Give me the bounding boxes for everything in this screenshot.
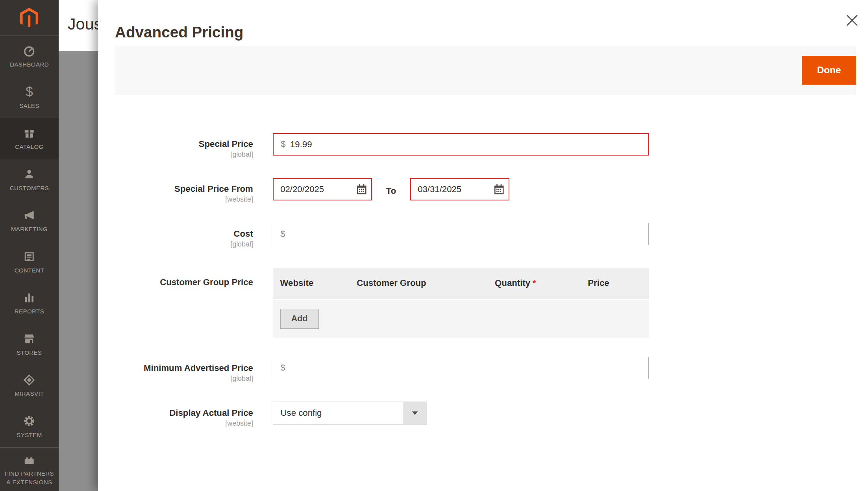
- minimum-advertised-price-row: Minimum Advertised Price [global] $: [98, 357, 868, 382]
- special-price-from-field: [273, 178, 372, 200]
- customer-group-price-row: Customer Group Price Website Customer Gr…: [98, 268, 868, 338]
- column-header-customer-group: Customer Group: [357, 278, 495, 288]
- map-label: Minimum Advertised Price: [98, 357, 253, 373]
- map-input[interactable]: [288, 357, 648, 379]
- sidebar-item-system[interactable]: SYSTEM: [0, 406, 59, 448]
- sidebar-item-label: CATALOG: [15, 143, 44, 151]
- done-button[interactable]: Done: [802, 56, 856, 85]
- calendar-icon: [355, 183, 368, 195]
- sidebar-item-label: MIRASVIT: [15, 389, 44, 398]
- close-button[interactable]: [843, 11, 861, 30]
- sidebar-item-sales[interactable]: $ SALES: [0, 77, 59, 119]
- magento-logo-icon: [17, 6, 41, 30]
- table-body-row: Add: [273, 300, 649, 338]
- screen: DASHBOARD $ SALES CATALOG CUSTOMERS: [0, 0, 868, 491]
- sidebar-item-label: CONTENT: [15, 266, 44, 275]
- special-price-input[interactable]: [289, 134, 648, 155]
- cost-row: Cost [global] $: [98, 223, 868, 248]
- modal-title: Advanced Pricing: [115, 24, 243, 41]
- display-actual-price-row: Display Actual Price [website] Use confi…: [98, 402, 868, 427]
- advanced-pricing-form: Special Price [global] $ Special Price F…: [98, 95, 868, 428]
- special-price-scope: [global]: [98, 150, 253, 159]
- display-actual-price-scope: [website]: [98, 419, 253, 428]
- sidebar-item-catalog[interactable]: CATALOG: [0, 118, 59, 159]
- mirasvit-icon: [22, 373, 36, 387]
- cost-label: Cost: [98, 223, 253, 239]
- cost-scope: [global]: [98, 240, 253, 248]
- marketing-icon: [22, 209, 36, 222]
- currency-symbol: $: [273, 363, 288, 373]
- selected-option: Use config: [273, 402, 403, 424]
- special-price-row: Special Price [global] $: [98, 133, 868, 159]
- sales-icon: $: [26, 85, 33, 98]
- column-header-website: Website: [280, 278, 357, 288]
- customers-icon: [22, 167, 36, 181]
- partners-brick-icon: [22, 453, 36, 467]
- sidebar-item-label: SALES: [19, 102, 39, 110]
- admin-sidebar: DASHBOARD $ SALES CATALOG CUSTOMERS: [0, 0, 59, 491]
- chevron-down-icon: [412, 411, 418, 418]
- modal-header: Advanced Pricing: [98, 0, 868, 46]
- display-actual-price-select[interactable]: Use config: [273, 402, 427, 424]
- special-price-label-group: Special Price [global]: [98, 133, 253, 159]
- reports-icon: [22, 291, 36, 304]
- column-header-price: Price: [588, 278, 649, 288]
- special-price-label: Special Price: [98, 133, 253, 150]
- customer-group-price-label: Customer Group Price: [98, 268, 253, 287]
- special-price-to-input[interactable]: [411, 178, 489, 200]
- display-actual-price-label: Display Actual Price: [98, 402, 253, 418]
- customer-group-price-table: Website Customer Group Quantity* Price A…: [273, 268, 649, 338]
- cost-input[interactable]: [288, 223, 648, 245]
- map-label-group: Minimum Advertised Price [global]: [98, 357, 253, 382]
- sidebar-item-label: SYSTEM: [17, 431, 42, 439]
- system-gear-icon: [22, 414, 36, 428]
- select-dropdown-button[interactable]: [403, 402, 427, 424]
- special-price-from-scope: [website]: [98, 195, 253, 204]
- sidebar-item-content[interactable]: CONTENT: [0, 242, 59, 283]
- sidebar-item-stores[interactable]: STORES: [0, 324, 59, 365]
- sidebar-item-dashboard[interactable]: DASHBOARD: [0, 36, 59, 77]
- sidebar-item-label: MARKETING: [11, 225, 48, 233]
- sidebar-item-customers[interactable]: CUSTOMERS: [0, 159, 59, 201]
- map-field: $: [273, 357, 649, 379]
- sidebar-item-label: REPORTS: [15, 307, 44, 316]
- sidebar-item-label: CUSTOMERS: [10, 184, 49, 193]
- column-header-quantity: Quantity*: [495, 278, 588, 288]
- special-price-from-input[interactable]: [274, 178, 352, 200]
- calendar-icon: [493, 183, 505, 195]
- sidebar-item-label: FIND PARTNERS & EXTENSIONS: [5, 469, 54, 487]
- required-asterisk: *: [533, 278, 536, 288]
- modal-actions-bar: Done: [115, 46, 856, 95]
- magento-logo[interactable]: [0, 0, 59, 36]
- special-price-to-field: [410, 178, 509, 200]
- sidebar-item-find-partners[interactable]: FIND PARTNERS & EXTENSIONS: [0, 447, 59, 491]
- currency-symbol: $: [274, 139, 289, 149]
- sidebar-item-label: STORES: [17, 348, 42, 357]
- sidebar-item-mirasvit[interactable]: MIRASVIT: [0, 365, 59, 406]
- catalog-icon: [22, 126, 36, 140]
- sidebar-item-marketing[interactable]: MARKETING: [0, 200, 59, 242]
- sidebar-item-label: DASHBOARD: [10, 60, 49, 69]
- cost-field: $: [273, 223, 649, 245]
- special-price-from-label-group: Special Price From [website]: [98, 178, 253, 204]
- cost-label-group: Cost [global]: [98, 223, 253, 248]
- to-label: To: [386, 186, 396, 196]
- special-price-dates-row: Special Price From [website]: [98, 178, 868, 204]
- display-actual-price-label-group: Display Actual Price [website]: [98, 402, 253, 427]
- advanced-pricing-modal: Advanced Pricing Done Special Price [glo…: [98, 0, 868, 491]
- map-scope: [global]: [98, 374, 253, 383]
- table-header-row: Website Customer Group Quantity* Price: [273, 268, 649, 299]
- customer-group-price-label-group: Customer Group Price: [98, 268, 253, 338]
- dashboard-icon: [22, 44, 36, 57]
- currency-symbol: $: [273, 229, 288, 239]
- add-button[interactable]: Add: [280, 309, 319, 329]
- special-price-field: $: [273, 133, 649, 156]
- stores-icon: [22, 332, 36, 345]
- special-price-from-label: Special Price From: [98, 178, 253, 195]
- to-date-calendar-button[interactable]: [489, 179, 509, 200]
- content-icon: [22, 250, 36, 263]
- sidebar-item-reports[interactable]: REPORTS: [0, 283, 59, 324]
- from-date-calendar-button[interactable]: [352, 179, 371, 200]
- close-icon: [845, 13, 859, 28]
